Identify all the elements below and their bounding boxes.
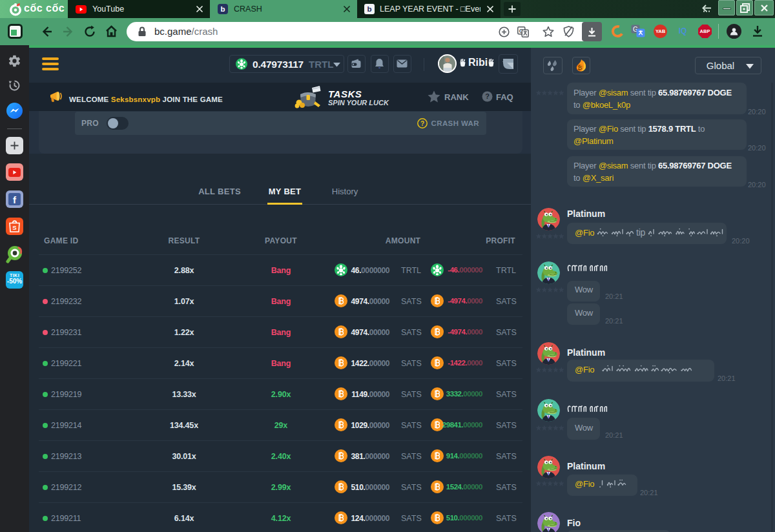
svg-text:S: S [12, 224, 16, 231]
svg-text:b: b [367, 5, 371, 13]
svg-text:?: ? [420, 120, 424, 127]
svg-text:?: ? [485, 92, 490, 100]
svg-text:₿: ₿ [577, 65, 582, 71]
svg-text:b: b [220, 5, 225, 13]
